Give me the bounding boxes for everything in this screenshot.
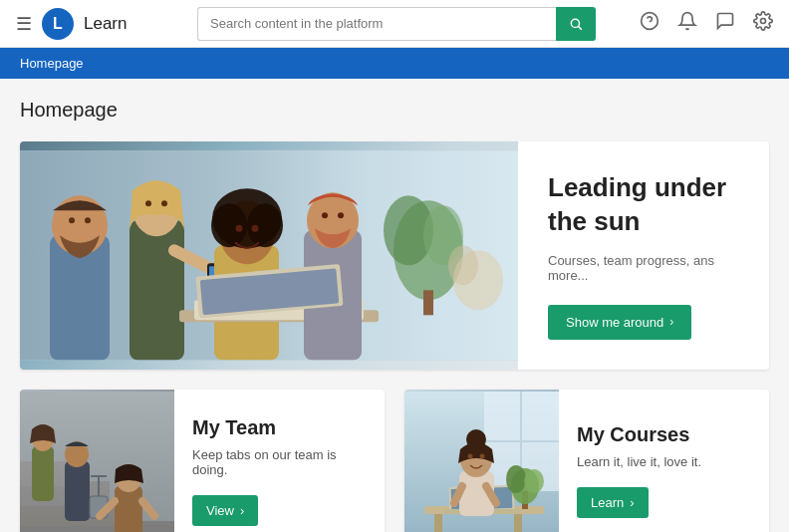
team-card-image bbox=[20, 390, 174, 532]
svg-rect-47 bbox=[32, 446, 54, 501]
header-right bbox=[640, 11, 773, 36]
chat-icon[interactable] bbox=[715, 11, 735, 36]
view-button[interactable]: View › bbox=[192, 495, 258, 526]
search-input[interactable] bbox=[197, 7, 556, 41]
svg-rect-62 bbox=[434, 514, 442, 532]
svg-point-38 bbox=[338, 212, 344, 218]
show-me-around-button[interactable]: Show me around › bbox=[548, 305, 691, 340]
svg-point-18 bbox=[69, 217, 75, 223]
courses-card-title: My Courses bbox=[577, 423, 701, 446]
hero-image bbox=[20, 141, 518, 370]
help-icon[interactable] bbox=[640, 11, 659, 36]
hero-card: Leading under the sun Courses, team prog… bbox=[20, 141, 769, 370]
svg-rect-54 bbox=[115, 486, 142, 532]
breadcrumb-label: Homepage bbox=[20, 56, 84, 71]
chevron-icon: › bbox=[669, 315, 673, 329]
hero-title: Leading under the sun bbox=[548, 171, 739, 239]
svg-point-73 bbox=[466, 429, 486, 449]
settings-icon[interactable] bbox=[753, 11, 773, 36]
cards-row: My Team Keep tabs on our team is doing. … bbox=[20, 390, 769, 532]
svg-point-75 bbox=[480, 453, 485, 458]
team-card-title: My Team bbox=[192, 416, 367, 439]
courses-card-body: My Courses Learn it, live it, love it. L… bbox=[559, 390, 719, 532]
svg-point-37 bbox=[322, 212, 328, 218]
svg-rect-20 bbox=[130, 220, 184, 360]
svg-point-69 bbox=[506, 465, 526, 493]
svg-point-19 bbox=[85, 217, 91, 223]
svg-point-4 bbox=[761, 19, 766, 24]
page-title: Homepage bbox=[20, 99, 769, 122]
svg-point-15 bbox=[448, 245, 478, 285]
svg-point-23 bbox=[161, 200, 167, 206]
team-card-desc: Keep tabs on our team is doing. bbox=[192, 447, 367, 477]
breadcrumb: Homepage bbox=[0, 48, 789, 79]
search-container bbox=[197, 7, 596, 41]
team-card-body: My Team Keep tabs on our team is doing. … bbox=[174, 390, 385, 532]
brand-name: Learn bbox=[84, 14, 127, 34]
my-courses-card: My Courses Learn it, live it, love it. L… bbox=[404, 390, 769, 532]
svg-line-1 bbox=[579, 26, 582, 29]
svg-point-31 bbox=[236, 225, 243, 232]
svg-point-0 bbox=[571, 19, 579, 27]
svg-point-29 bbox=[211, 203, 247, 247]
svg-rect-63 bbox=[514, 514, 522, 532]
view-chevron-icon: › bbox=[240, 503, 244, 518]
courses-card-image bbox=[404, 390, 559, 532]
svg-point-70 bbox=[524, 469, 544, 493]
page-content: Homepage bbox=[0, 79, 789, 532]
hamburger-icon[interactable]: ☰ bbox=[16, 13, 32, 35]
learn-button[interactable]: Learn › bbox=[577, 487, 649, 518]
svg-rect-49 bbox=[65, 461, 90, 521]
svg-point-22 bbox=[145, 200, 151, 206]
search-button[interactable] bbox=[556, 7, 596, 41]
my-team-card: My Team Keep tabs on our team is doing. … bbox=[20, 390, 385, 532]
header-left: ☰ L Learn bbox=[16, 8, 175, 40]
header: ☰ L Learn bbox=[0, 0, 789, 48]
hero-subtitle: Courses, team progress, ans more... bbox=[548, 253, 739, 283]
svg-point-32 bbox=[252, 225, 259, 232]
hero-text: Leading under the sun Courses, team prog… bbox=[518, 141, 769, 370]
logo-icon: L bbox=[42, 8, 74, 40]
svg-rect-13 bbox=[423, 290, 433, 315]
svg-point-30 bbox=[247, 203, 283, 247]
bell-icon[interactable] bbox=[677, 11, 697, 36]
learn-chevron-icon: › bbox=[630, 495, 634, 510]
courses-card-desc: Learn it, live it, love it. bbox=[577, 454, 701, 469]
svg-point-74 bbox=[468, 453, 473, 458]
